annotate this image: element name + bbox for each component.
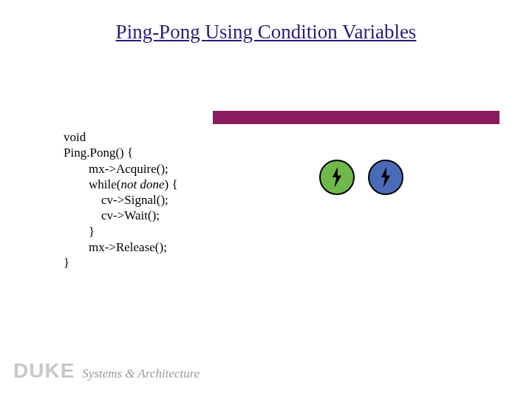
- code-line: Ping.Pong() {: [64, 146, 133, 160]
- code-line: void: [64, 130, 86, 144]
- svg-marker-1: [381, 167, 390, 188]
- code-line: while(: [64, 177, 120, 191]
- lightning-bolt-icon: [330, 167, 344, 188]
- code-line: }: [64, 225, 95, 239]
- code-italic: not done: [120, 177, 164, 191]
- footer-logo: DUKE: [13, 359, 75, 383]
- code-line: ) {: [164, 177, 177, 191]
- accent-bar: [213, 111, 499, 124]
- footer-subtitle: Systems & Architecture: [82, 366, 200, 381]
- thread-circle-green: [319, 160, 355, 195]
- thread-circle-blue: [368, 160, 403, 195]
- code-line: mx->Release();: [64, 240, 167, 254]
- footer: DUKE Systems & Architecture: [13, 359, 200, 383]
- code-line: cv->Wait();: [64, 208, 160, 222]
- code-line: cv->Signal();: [64, 193, 168, 207]
- code-line: }: [64, 256, 69, 270]
- svg-marker-0: [332, 167, 341, 188]
- code-line: mx->Acquire();: [64, 162, 168, 176]
- slide-title: Ping-Pong Using Condition Variables: [0, 21, 532, 44]
- lightning-bolt-icon: [379, 167, 392, 188]
- code-block: void Ping.Pong() { mx->Acquire(); while(…: [64, 129, 178, 270]
